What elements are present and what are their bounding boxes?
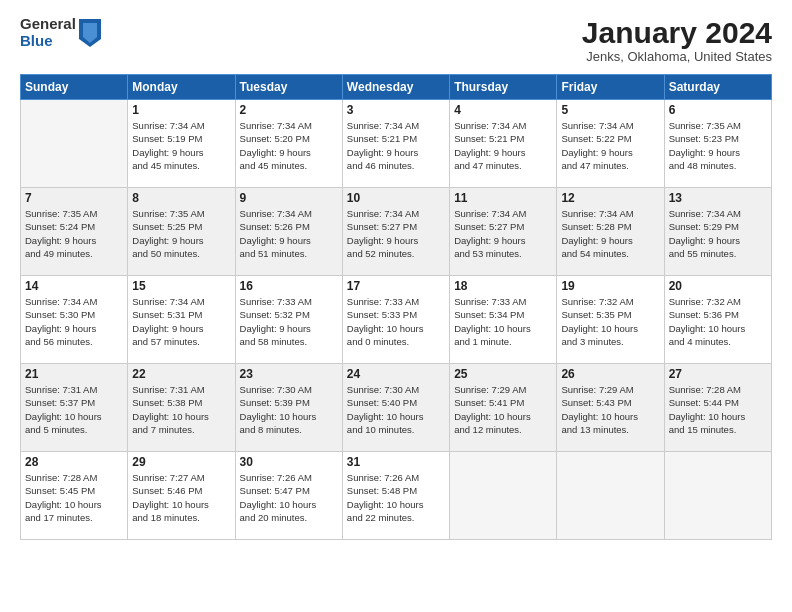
day-info: Sunrise: 7:33 AMSunset: 5:33 PMDaylight:… xyxy=(347,295,445,348)
day-info: Sunrise: 7:33 AMSunset: 5:32 PMDaylight:… xyxy=(240,295,338,348)
calendar-cell: 26Sunrise: 7:29 AMSunset: 5:43 PMDayligh… xyxy=(557,364,664,452)
day-number: 14 xyxy=(25,279,123,293)
calendar-cell: 5Sunrise: 7:34 AMSunset: 5:22 PMDaylight… xyxy=(557,100,664,188)
calendar-cell: 22Sunrise: 7:31 AMSunset: 5:38 PMDayligh… xyxy=(128,364,235,452)
calendar-cell: 24Sunrise: 7:30 AMSunset: 5:40 PMDayligh… xyxy=(342,364,449,452)
calendar-cell: 8Sunrise: 7:35 AMSunset: 5:25 PMDaylight… xyxy=(128,188,235,276)
day-number: 24 xyxy=(347,367,445,381)
calendar-cell: 16Sunrise: 7:33 AMSunset: 5:32 PMDayligh… xyxy=(235,276,342,364)
day-number: 5 xyxy=(561,103,659,117)
day-number: 1 xyxy=(132,103,230,117)
calendar-cell: 11Sunrise: 7:34 AMSunset: 5:27 PMDayligh… xyxy=(450,188,557,276)
header: General Blue January 2024 Jenks, Oklahom… xyxy=(20,16,772,64)
calendar-cell: 30Sunrise: 7:26 AMSunset: 5:47 PMDayligh… xyxy=(235,452,342,540)
day-info: Sunrise: 7:29 AMSunset: 5:41 PMDaylight:… xyxy=(454,383,552,436)
day-info: Sunrise: 7:32 AMSunset: 5:36 PMDaylight:… xyxy=(669,295,767,348)
calendar-cell: 13Sunrise: 7:34 AMSunset: 5:29 PMDayligh… xyxy=(664,188,771,276)
calendar: Sunday Monday Tuesday Wednesday Thursday… xyxy=(20,74,772,540)
calendar-cell: 1Sunrise: 7:34 AMSunset: 5:19 PMDaylight… xyxy=(128,100,235,188)
location: Jenks, Oklahoma, United States xyxy=(582,49,772,64)
calendar-week-row: 21Sunrise: 7:31 AMSunset: 5:37 PMDayligh… xyxy=(21,364,772,452)
calendar-cell xyxy=(21,100,128,188)
weekday-sunday: Sunday xyxy=(21,75,128,100)
calendar-cell: 15Sunrise: 7:34 AMSunset: 5:31 PMDayligh… xyxy=(128,276,235,364)
calendar-week-row: 1Sunrise: 7:34 AMSunset: 5:19 PMDaylight… xyxy=(21,100,772,188)
day-info: Sunrise: 7:34 AMSunset: 5:28 PMDaylight:… xyxy=(561,207,659,260)
day-number: 15 xyxy=(132,279,230,293)
calendar-cell: 25Sunrise: 7:29 AMSunset: 5:41 PMDayligh… xyxy=(450,364,557,452)
day-info: Sunrise: 7:33 AMSunset: 5:34 PMDaylight:… xyxy=(454,295,552,348)
day-info: Sunrise: 7:29 AMSunset: 5:43 PMDaylight:… xyxy=(561,383,659,436)
calendar-cell: 18Sunrise: 7:33 AMSunset: 5:34 PMDayligh… xyxy=(450,276,557,364)
calendar-cell xyxy=(450,452,557,540)
day-number: 18 xyxy=(454,279,552,293)
day-info: Sunrise: 7:28 AMSunset: 5:45 PMDaylight:… xyxy=(25,471,123,524)
day-number: 26 xyxy=(561,367,659,381)
day-number: 19 xyxy=(561,279,659,293)
day-info: Sunrise: 7:27 AMSunset: 5:46 PMDaylight:… xyxy=(132,471,230,524)
calendar-week-row: 14Sunrise: 7:34 AMSunset: 5:30 PMDayligh… xyxy=(21,276,772,364)
day-info: Sunrise: 7:34 AMSunset: 5:29 PMDaylight:… xyxy=(669,207,767,260)
day-info: Sunrise: 7:34 AMSunset: 5:31 PMDaylight:… xyxy=(132,295,230,348)
day-number: 21 xyxy=(25,367,123,381)
calendar-cell: 23Sunrise: 7:30 AMSunset: 5:39 PMDayligh… xyxy=(235,364,342,452)
weekday-thursday: Thursday xyxy=(450,75,557,100)
day-info: Sunrise: 7:30 AMSunset: 5:39 PMDaylight:… xyxy=(240,383,338,436)
calendar-cell: 29Sunrise: 7:27 AMSunset: 5:46 PMDayligh… xyxy=(128,452,235,540)
calendar-week-row: 7Sunrise: 7:35 AMSunset: 5:24 PMDaylight… xyxy=(21,188,772,276)
day-info: Sunrise: 7:34 AMSunset: 5:22 PMDaylight:… xyxy=(561,119,659,172)
day-info: Sunrise: 7:35 AMSunset: 5:25 PMDaylight:… xyxy=(132,207,230,260)
logo-blue: Blue xyxy=(20,33,76,50)
day-info: Sunrise: 7:34 AMSunset: 5:21 PMDaylight:… xyxy=(347,119,445,172)
day-info: Sunrise: 7:32 AMSunset: 5:35 PMDaylight:… xyxy=(561,295,659,348)
day-info: Sunrise: 7:28 AMSunset: 5:44 PMDaylight:… xyxy=(669,383,767,436)
calendar-cell: 17Sunrise: 7:33 AMSunset: 5:33 PMDayligh… xyxy=(342,276,449,364)
day-info: Sunrise: 7:31 AMSunset: 5:38 PMDaylight:… xyxy=(132,383,230,436)
day-number: 12 xyxy=(561,191,659,205)
logo-icon xyxy=(79,19,101,47)
day-info: Sunrise: 7:35 AMSunset: 5:23 PMDaylight:… xyxy=(669,119,767,172)
weekday-saturday: Saturday xyxy=(664,75,771,100)
page: General Blue January 2024 Jenks, Oklahom… xyxy=(0,0,792,612)
logo-text: General Blue xyxy=(20,16,76,49)
day-number: 17 xyxy=(347,279,445,293)
day-info: Sunrise: 7:34 AMSunset: 5:26 PMDaylight:… xyxy=(240,207,338,260)
calendar-cell: 31Sunrise: 7:26 AMSunset: 5:48 PMDayligh… xyxy=(342,452,449,540)
calendar-cell: 27Sunrise: 7:28 AMSunset: 5:44 PMDayligh… xyxy=(664,364,771,452)
day-number: 6 xyxy=(669,103,767,117)
day-number: 2 xyxy=(240,103,338,117)
logo: General Blue xyxy=(20,16,101,49)
day-info: Sunrise: 7:34 AMSunset: 5:20 PMDaylight:… xyxy=(240,119,338,172)
calendar-cell: 10Sunrise: 7:34 AMSunset: 5:27 PMDayligh… xyxy=(342,188,449,276)
day-number: 30 xyxy=(240,455,338,469)
calendar-cell xyxy=(557,452,664,540)
calendar-cell: 12Sunrise: 7:34 AMSunset: 5:28 PMDayligh… xyxy=(557,188,664,276)
weekday-friday: Friday xyxy=(557,75,664,100)
calendar-cell: 21Sunrise: 7:31 AMSunset: 5:37 PMDayligh… xyxy=(21,364,128,452)
weekday-header-row: Sunday Monday Tuesday Wednesday Thursday… xyxy=(21,75,772,100)
day-info: Sunrise: 7:26 AMSunset: 5:48 PMDaylight:… xyxy=(347,471,445,524)
day-number: 31 xyxy=(347,455,445,469)
day-number: 9 xyxy=(240,191,338,205)
logo-general: General xyxy=(20,16,76,33)
calendar-cell: 9Sunrise: 7:34 AMSunset: 5:26 PMDaylight… xyxy=(235,188,342,276)
day-number: 7 xyxy=(25,191,123,205)
day-number: 4 xyxy=(454,103,552,117)
day-number: 22 xyxy=(132,367,230,381)
day-info: Sunrise: 7:35 AMSunset: 5:24 PMDaylight:… xyxy=(25,207,123,260)
day-info: Sunrise: 7:30 AMSunset: 5:40 PMDaylight:… xyxy=(347,383,445,436)
calendar-cell: 4Sunrise: 7:34 AMSunset: 5:21 PMDaylight… xyxy=(450,100,557,188)
calendar-cell: 7Sunrise: 7:35 AMSunset: 5:24 PMDaylight… xyxy=(21,188,128,276)
calendar-cell: 3Sunrise: 7:34 AMSunset: 5:21 PMDaylight… xyxy=(342,100,449,188)
day-info: Sunrise: 7:34 AMSunset: 5:19 PMDaylight:… xyxy=(132,119,230,172)
calendar-cell: 2Sunrise: 7:34 AMSunset: 5:20 PMDaylight… xyxy=(235,100,342,188)
day-number: 8 xyxy=(132,191,230,205)
day-number: 13 xyxy=(669,191,767,205)
calendar-cell: 6Sunrise: 7:35 AMSunset: 5:23 PMDaylight… xyxy=(664,100,771,188)
day-number: 3 xyxy=(347,103,445,117)
day-number: 11 xyxy=(454,191,552,205)
day-number: 28 xyxy=(25,455,123,469)
day-number: 20 xyxy=(669,279,767,293)
day-info: Sunrise: 7:34 AMSunset: 5:27 PMDaylight:… xyxy=(347,207,445,260)
calendar-cell xyxy=(664,452,771,540)
